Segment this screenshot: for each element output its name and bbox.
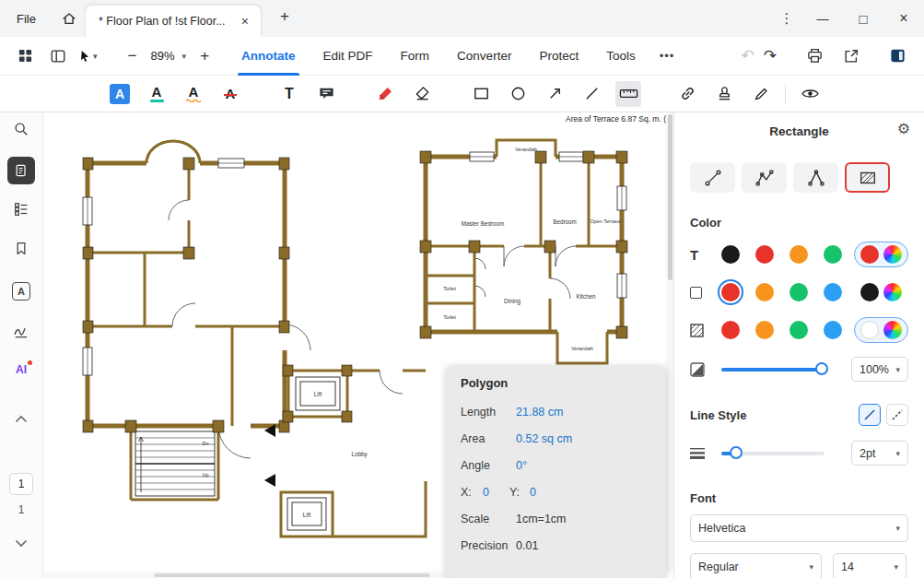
zoom-out-button[interactable]: − [122,47,144,65]
tab-annotate[interactable]: Annotate [241,37,296,76]
outline-panel-button[interactable] [13,201,29,218]
fill-color-wheel-icon[interactable] [883,321,902,339]
reading-mode-button[interactable] [883,42,911,70]
tab-converter[interactable]: Converter [457,37,511,76]
signature-tool[interactable] [748,81,774,107]
font-style-select[interactable]: Regular ▾ [690,553,822,578]
text-color-orange-swatch[interactable] [789,245,808,264]
ruler-icon [619,84,638,103]
border-color-red-swatch[interactable] [721,283,740,301]
border-color-blue-swatch[interactable] [824,283,842,301]
annotations-panel-button[interactable]: A [12,282,30,301]
text-color-custom-picker[interactable] [854,242,908,267]
sidebar-toggle-button[interactable] [44,42,72,70]
file-menu[interactable]: File [17,12,36,26]
stamp-tool[interactable] [711,81,737,107]
arrow-tool[interactable] [542,81,567,107]
comment-tool[interactable] [313,81,339,107]
opacity-slider[interactable] [721,368,825,372]
fill-color-red-swatch[interactable] [721,321,740,339]
close-button[interactable]: × [883,0,924,37]
page-number-input[interactable]: 1 [9,473,33,495]
link-tool[interactable] [674,81,700,107]
line-width-select[interactable]: 2pt ▾ [851,441,908,466]
share-button[interactable] [837,42,865,70]
next-page-button[interactable] [15,539,28,548]
highlight-tool[interactable]: A [107,81,133,107]
text-color-custom-swatch[interactable] [860,245,879,264]
strikethrough-tool[interactable]: A [217,81,243,107]
previous-page-button[interactable] [15,415,28,423]
search-button[interactable] [13,121,29,137]
maximize-button[interactable]: □ [843,0,883,37]
tab-form[interactable]: Form [401,37,430,76]
measure-angle-button[interactable] [793,162,838,193]
undo-button[interactable]: ↶ [742,46,754,65]
rectangle-tool[interactable] [468,81,494,107]
opacity-select[interactable]: 100% ▾ [851,357,908,382]
fill-color-orange-swatch[interactable] [755,321,774,339]
add-text-tool[interactable]: T [276,81,302,107]
grid-view-button[interactable] [11,42,39,70]
signature-panel-button[interactable] [13,323,30,340]
text-color-black-swatch[interactable] [721,245,740,264]
ai-panel-button[interactable]: AI [16,363,27,376]
document-canvas[interactable]: Area of Terrace 6.87 Sq. m. ( [43,112,673,578]
opacity-slider-handle[interactable] [815,362,828,375]
zoom-in-button[interactable]: + [193,47,216,65]
thumbnails-panel-button[interactable] [7,157,35,184]
measure-distance-button[interactable] [690,162,735,193]
text-color-wheel-icon[interactable] [883,245,902,264]
text-color-row: T [690,242,908,267]
redo-button[interactable]: ↷ [764,46,777,65]
border-color-green-swatch[interactable] [789,283,808,301]
text-color-green-swatch[interactable] [824,245,842,264]
border-color-wheel-icon[interactable] [883,283,902,301]
border-color-custom-picker[interactable] [854,279,908,305]
eraser-tool[interactable] [409,81,435,107]
app-menu-icon[interactable]: ⋮ [771,0,802,37]
minimize-button[interactable]: — [802,0,843,37]
line-width-slider[interactable] [721,452,825,455]
fill-color-green-swatch[interactable] [789,321,808,339]
tab-edit-pdf[interactable]: Edit PDF [323,37,373,76]
fill-color-blue-swatch[interactable] [824,321,842,339]
horizontal-scrollbar-thumb[interactable] [154,573,430,577]
solid-line-button[interactable] [859,404,881,426]
print-button[interactable] [801,42,828,70]
underline-tool[interactable]: A [144,81,170,107]
measure-area-button[interactable] [845,162,890,193]
document-tab[interactable]: * Floor Plan of !st Floor... × [85,5,262,37]
squiggly-tool[interactable]: A [181,81,206,107]
zoom-level[interactable]: 89% [151,49,175,63]
ellipse-tool[interactable] [505,81,531,107]
line-tool[interactable] [579,81,604,107]
zoom-dropdown-icon[interactable]: ▾ [182,52,187,61]
border-color-custom-swatch[interactable] [860,283,879,301]
fill-color-custom-swatch[interactable] [860,321,879,339]
select-tool-button[interactable]: ▾ [77,49,98,64]
fill-color-custom-picker[interactable] [854,317,908,343]
cursor-dropdown-icon[interactable]: ▾ [93,52,98,61]
font-size-select[interactable]: 14 ▾ [833,553,906,578]
bookmarks-panel-button[interactable] [14,241,29,256]
home-button[interactable] [56,6,82,31]
tab-protect[interactable]: Protect [539,37,579,76]
show-hide-tool[interactable] [797,81,823,107]
tab-close-icon[interactable]: × [239,14,251,29]
vertical-scrollbar-thumb[interactable] [668,114,673,280]
border-color-orange-swatch[interactable] [755,283,774,301]
pencil-tool[interactable] [372,81,398,107]
text-color-red-swatch[interactable] [755,245,774,264]
gear-icon[interactable]: ⚙ [897,122,910,136]
font-family-caret-icon: ▾ [895,524,900,533]
more-tabs-button[interactable]: ••• [660,49,675,63]
measure-perimeter-button[interactable] [742,162,787,193]
new-tab-button[interactable]: + [274,7,296,26]
measure-tool[interactable] [615,81,641,107]
tab-tools[interactable]: Tools [606,37,636,76]
font-family-select[interactable]: Helvetica ▾ [690,514,908,542]
line-width-slider-handle[interactable] [730,446,743,459]
dashed-line-button[interactable] [886,404,908,426]
vertical-scrollbar[interactable] [666,112,673,572]
